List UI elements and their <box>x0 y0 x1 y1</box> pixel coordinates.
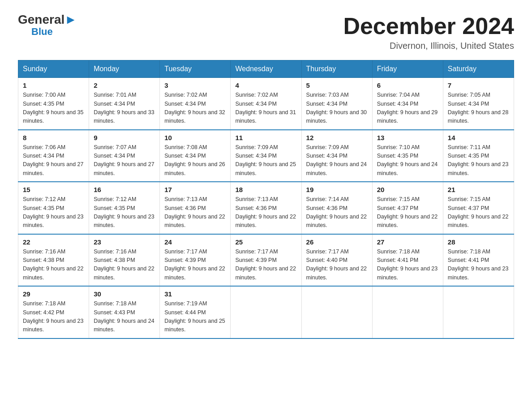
day-cell: 17 Sunrise: 7:13 AM Sunset: 4:36 PM Dayl… <box>160 182 231 234</box>
day-number: 16 <box>94 186 155 193</box>
day-number: 20 <box>377 186 438 193</box>
day-cell: 5 Sunrise: 7:03 AM Sunset: 4:34 PM Dayli… <box>301 78 372 130</box>
week-row-5: 29 Sunrise: 7:18 AM Sunset: 4:42 PM Dayl… <box>18 286 514 338</box>
header-sunday: Sunday <box>18 60 89 78</box>
location-text: Divernon, Illinois, United States <box>343 41 514 51</box>
day-cell: 16 Sunrise: 7:12 AM Sunset: 4:35 PM Dayl… <box>89 182 160 234</box>
day-cell: 18 Sunrise: 7:13 AM Sunset: 4:36 PM Dayl… <box>231 182 301 234</box>
day-info: Sunrise: 7:02 AM Sunset: 4:34 PM Dayligh… <box>235 91 296 126</box>
day-info: Sunrise: 7:18 AM Sunset: 4:41 PM Dayligh… <box>377 248 438 283</box>
day-info: Sunrise: 7:08 AM Sunset: 4:34 PM Dayligh… <box>164 143 226 178</box>
week-row-3: 15 Sunrise: 7:12 AM Sunset: 4:35 PM Dayl… <box>18 182 514 234</box>
day-cell: 25 Sunrise: 7:17 AM Sunset: 4:39 PM Dayl… <box>231 234 301 287</box>
day-info: Sunrise: 7:02 AM Sunset: 4:34 PM Dayligh… <box>164 91 226 126</box>
day-cell: 3 Sunrise: 7:02 AM Sunset: 4:34 PM Dayli… <box>160 78 231 130</box>
day-number: 10 <box>164 134 226 141</box>
day-cell: 8 Sunrise: 7:06 AM Sunset: 4:34 PM Dayli… <box>18 130 89 182</box>
calendar-header-row: SundayMondayTuesdayWednesdayThursdayFrid… <box>18 60 514 78</box>
day-number: 5 <box>306 81 368 89</box>
day-number: 28 <box>448 238 509 246</box>
logo-text: General► <box>18 13 77 26</box>
header-saturday: Saturday <box>443 60 514 78</box>
day-info: Sunrise: 7:04 AM Sunset: 4:34 PM Dayligh… <box>377 91 438 126</box>
day-number: 14 <box>448 134 509 141</box>
day-cell: 15 Sunrise: 7:12 AM Sunset: 4:35 PM Dayl… <box>18 182 89 234</box>
day-number: 30 <box>94 290 155 298</box>
day-number: 7 <box>448 81 509 89</box>
logo: General► Blue <box>18 13 77 38</box>
day-number: 6 <box>377 81 438 89</box>
day-info: Sunrise: 7:09 AM Sunset: 4:34 PM Dayligh… <box>235 143 296 178</box>
week-row-2: 8 Sunrise: 7:06 AM Sunset: 4:34 PM Dayli… <box>18 130 514 182</box>
day-info: Sunrise: 7:00 AM Sunset: 4:35 PM Dayligh… <box>23 91 84 126</box>
week-row-1: 1 Sunrise: 7:00 AM Sunset: 4:35 PM Dayli… <box>18 78 514 130</box>
day-cell: 1 Sunrise: 7:00 AM Sunset: 4:35 PM Dayli… <box>18 78 89 130</box>
title-section: December 2024 Divernon, Illinois, United… <box>343 13 514 51</box>
day-info: Sunrise: 7:05 AM Sunset: 4:34 PM Dayligh… <box>448 91 509 126</box>
header-monday: Monday <box>89 60 160 78</box>
header-tuesday: Tuesday <box>160 60 231 78</box>
day-number: 12 <box>306 134 368 141</box>
day-cell: 27 Sunrise: 7:18 AM Sunset: 4:41 PM Dayl… <box>372 234 443 287</box>
day-cell: 26 Sunrise: 7:17 AM Sunset: 4:40 PM Dayl… <box>301 234 372 287</box>
day-cell: 31 Sunrise: 7:19 AM Sunset: 4:44 PM Dayl… <box>160 286 231 338</box>
day-cell: 30 Sunrise: 7:18 AM Sunset: 4:43 PM Dayl… <box>89 286 160 338</box>
day-info: Sunrise: 7:12 AM Sunset: 4:35 PM Dayligh… <box>94 195 155 230</box>
day-number: 1 <box>23 81 84 89</box>
day-number: 8 <box>23 134 84 141</box>
day-number: 19 <box>306 186 368 193</box>
header-wednesday: Wednesday <box>231 60 301 78</box>
day-number: 21 <box>448 186 509 193</box>
day-number: 22 <box>23 238 84 246</box>
day-number: 24 <box>164 238 226 246</box>
day-info: Sunrise: 7:18 AM Sunset: 4:41 PM Dayligh… <box>448 248 509 283</box>
logo-blue-text: Blue <box>18 26 53 38</box>
day-cell <box>443 286 514 338</box>
day-number: 15 <box>23 186 84 193</box>
day-info: Sunrise: 7:17 AM Sunset: 4:39 PM Dayligh… <box>235 248 296 283</box>
day-number: 3 <box>164 81 226 89</box>
day-info: Sunrise: 7:06 AM Sunset: 4:34 PM Dayligh… <box>23 143 84 178</box>
day-number: 31 <box>164 290 226 298</box>
day-cell: 24 Sunrise: 7:17 AM Sunset: 4:39 PM Dayl… <box>160 234 231 287</box>
day-number: 13 <box>377 134 438 141</box>
day-info: Sunrise: 7:03 AM Sunset: 4:34 PM Dayligh… <box>306 91 368 126</box>
day-info: Sunrise: 7:11 AM Sunset: 4:35 PM Dayligh… <box>448 143 509 178</box>
day-cell: 14 Sunrise: 7:11 AM Sunset: 4:35 PM Dayl… <box>443 130 514 182</box>
day-info: Sunrise: 7:17 AM Sunset: 4:39 PM Dayligh… <box>164 248 226 283</box>
day-info: Sunrise: 7:16 AM Sunset: 4:38 PM Dayligh… <box>94 248 155 283</box>
day-number: 25 <box>235 238 296 246</box>
day-info: Sunrise: 7:19 AM Sunset: 4:44 PM Dayligh… <box>164 300 226 334</box>
day-number: 9 <box>94 134 155 141</box>
day-cell: 22 Sunrise: 7:16 AM Sunset: 4:38 PM Dayl… <box>18 234 89 287</box>
day-cell: 28 Sunrise: 7:18 AM Sunset: 4:41 PM Dayl… <box>443 234 514 287</box>
day-number: 11 <box>235 134 296 141</box>
day-cell <box>231 286 301 338</box>
day-info: Sunrise: 7:17 AM Sunset: 4:40 PM Dayligh… <box>306 248 368 283</box>
day-cell: 9 Sunrise: 7:07 AM Sunset: 4:34 PM Dayli… <box>89 130 160 182</box>
day-cell: 19 Sunrise: 7:14 AM Sunset: 4:36 PM Dayl… <box>301 182 372 234</box>
day-cell: 10 Sunrise: 7:08 AM Sunset: 4:34 PM Dayl… <box>160 130 231 182</box>
day-info: Sunrise: 7:12 AM Sunset: 4:35 PM Dayligh… <box>23 195 84 230</box>
day-number: 23 <box>94 238 155 246</box>
day-number: 18 <box>235 186 296 193</box>
day-cell: 29 Sunrise: 7:18 AM Sunset: 4:42 PM Dayl… <box>18 286 89 338</box>
day-info: Sunrise: 7:13 AM Sunset: 4:36 PM Dayligh… <box>235 195 296 230</box>
calendar-table: SundayMondayTuesdayWednesdayThursdayFrid… <box>18 60 514 339</box>
page-header: General► Blue December 2024 Divernon, Il… <box>18 13 514 51</box>
day-cell: 4 Sunrise: 7:02 AM Sunset: 4:34 PM Dayli… <box>231 78 301 130</box>
day-info: Sunrise: 7:15 AM Sunset: 4:37 PM Dayligh… <box>377 195 438 230</box>
day-cell: 6 Sunrise: 7:04 AM Sunset: 4:34 PM Dayli… <box>372 78 443 130</box>
day-number: 29 <box>23 290 84 298</box>
day-number: 17 <box>164 186 226 193</box>
day-info: Sunrise: 7:09 AM Sunset: 4:34 PM Dayligh… <box>306 143 368 178</box>
day-number: 26 <box>306 238 368 246</box>
day-info: Sunrise: 7:07 AM Sunset: 4:34 PM Dayligh… <box>94 143 155 178</box>
day-cell: 12 Sunrise: 7:09 AM Sunset: 4:34 PM Dayl… <box>301 130 372 182</box>
day-info: Sunrise: 7:16 AM Sunset: 4:38 PM Dayligh… <box>23 248 84 283</box>
day-info: Sunrise: 7:15 AM Sunset: 4:37 PM Dayligh… <box>448 195 509 230</box>
day-cell: 2 Sunrise: 7:01 AM Sunset: 4:34 PM Dayli… <box>89 78 160 130</box>
day-cell <box>372 286 443 338</box>
day-number: 4 <box>235 81 296 89</box>
day-info: Sunrise: 7:14 AM Sunset: 4:36 PM Dayligh… <box>306 195 368 230</box>
